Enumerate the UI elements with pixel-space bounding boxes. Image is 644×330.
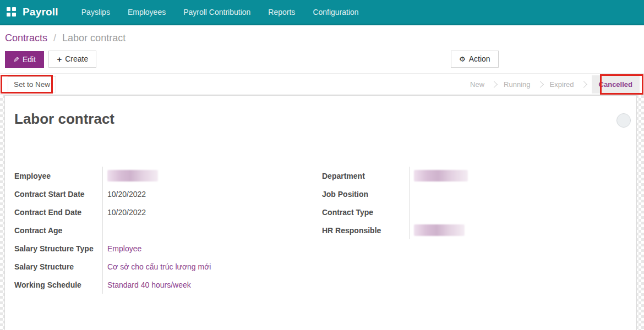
field-department: Department — [322, 167, 622, 185]
notebook: Contract Details Salary Information Cont… — [14, 294, 636, 330]
field-label: Salary Structure — [14, 262, 102, 271]
field-label: Employee — [14, 172, 102, 180]
field-label: HR Responsible — [322, 226, 409, 235]
field-label: Job Position — [322, 190, 409, 199]
status-pipeline: New Running Expired Cancelled — [463, 75, 641, 94]
form-statusbar: Set to New New Running Expired Cancelled — [0, 73, 644, 95]
nav-item-payroll-contribution[interactable]: Payroll Contribution — [174, 0, 259, 24]
redacted-hr-responsible-value[interactable] — [414, 224, 465, 236]
field-group-right: Department Job Position Contract Type HR… — [322, 167, 622, 294]
contract-form-sheet: Labor contract Employee Contract Start D… — [4, 95, 637, 330]
field-contract-age: Contract Age — [14, 221, 313, 239]
breadcrumb: Contracts / Labor contract — [0, 25, 644, 47]
contract-type-value — [409, 203, 622, 221]
contract-end-date-value: 10/20/2022 — [102, 203, 313, 221]
plus-icon: + — [57, 54, 62, 64]
contract-age-value — [102, 221, 313, 239]
top-navbar: Payroll Payslips Employees Payroll Contr… — [0, 0, 644, 25]
field-salary-structure-type: Salary Structure Type Employee — [14, 239, 313, 257]
nav-item-payslips[interactable]: Payslips — [73, 0, 119, 24]
redacted-department-value[interactable] — [414, 170, 468, 182]
nav-item-reports[interactable]: Reports — [259, 0, 304, 24]
contract-start-date-value: 10/20/2022 — [102, 185, 313, 203]
stage-cancelled[interactable]: Cancelled — [592, 75, 640, 94]
salary-structure-type-link[interactable]: Employee — [102, 239, 313, 257]
job-position-value — [409, 185, 622, 203]
salary-structure-link[interactable]: Cơ sở cho cấu trúc lương mới — [102, 257, 313, 276]
action-button-label: Action — [469, 54, 490, 64]
stage-running[interactable]: Running — [496, 80, 537, 89]
breadcrumb-current: Labor contract — [62, 32, 125, 43]
stage-expired[interactable]: Expired — [543, 80, 581, 89]
breadcrumb-separator: / — [53, 32, 56, 43]
create-button-label: Create — [65, 54, 88, 64]
apps-grid-square — [7, 13, 10, 16]
control-panel-buttons: ✎ Edit + Create ⚙ Action — [0, 51, 644, 68]
field-contract-type: Contract Type — [322, 203, 622, 221]
field-working-schedule: Working Schedule Standard 40 hours/week — [14, 276, 313, 294]
avatar[interactable] — [616, 113, 631, 128]
edit-button-label: Edit — [23, 55, 36, 64]
field-label: Contract Type — [322, 208, 409, 217]
breadcrumb-contracts[interactable]: Contracts — [5, 32, 47, 43]
field-salary-structure: Salary Structure Cơ sở cho cấu trúc lươn… — [14, 257, 313, 276]
field-contract-start-date: Contract Start Date 10/20/2022 — [14, 185, 313, 203]
field-contract-end-date: Contract End Date 10/20/2022 — [14, 203, 313, 221]
page-title: Labor contract — [14, 111, 636, 128]
chevron-right-icon — [580, 81, 587, 88]
app-name[interactable]: Payroll — [23, 6, 58, 18]
field-label: Department — [322, 172, 409, 180]
apps-grid-icon[interactable] — [7, 7, 16, 16]
field-label: Contract End Date — [14, 208, 102, 217]
redacted-employee-value[interactable] — [107, 170, 158, 182]
apps-grid-square — [12, 7, 16, 11]
form-view-background: Labor contract Employee Contract Start D… — [0, 95, 644, 330]
field-groups: Employee Contract Start Date 10/20/2022 … — [14, 167, 636, 294]
field-job-position: Job Position — [322, 185, 622, 203]
field-label: Contract Start Date — [14, 190, 102, 199]
working-schedule-link[interactable]: Standard 40 hours/week — [102, 276, 313, 294]
gear-icon: ⚙ — [459, 54, 466, 64]
field-label: Salary Structure Type — [14, 244, 102, 253]
field-label: Working Schedule — [14, 280, 102, 289]
action-button[interactable]: ⚙ Action — [451, 51, 499, 68]
nav-item-configuration[interactable]: Configuration — [304, 0, 367, 24]
nav-item-employees[interactable]: Employees — [119, 0, 174, 24]
set-to-new-button[interactable]: Set to New — [8, 76, 56, 92]
pencil-icon: ✎ — [13, 55, 19, 64]
edit-button[interactable]: ✎ Edit — [5, 51, 44, 68]
apps-grid-square — [12, 13, 16, 16]
apps-grid-square — [7, 7, 10, 11]
create-button[interactable]: + Create — [48, 51, 96, 68]
stage-new[interactable]: New — [463, 80, 492, 89]
field-group-left: Employee Contract Start Date 10/20/2022 … — [14, 167, 313, 294]
field-employee: Employee — [14, 167, 313, 185]
field-label: Contract Age — [14, 226, 102, 235]
field-hr-responsible: HR Responsible — [322, 221, 622, 239]
